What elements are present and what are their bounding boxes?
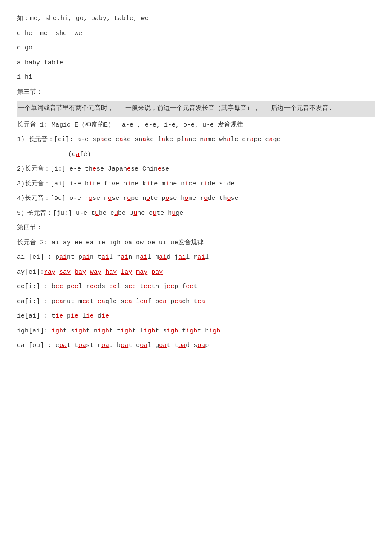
ai-rail: ai xyxy=(197,254,205,261)
oa-toast2: st r xyxy=(86,342,101,349)
rule1-plane-a: a xyxy=(184,136,188,143)
ea-eagle2: gle s xyxy=(105,298,124,305)
rule1-grape2: pe xyxy=(254,136,265,143)
igh-night: igh xyxy=(98,327,109,335)
igh-fight2: t h xyxy=(197,327,209,335)
rule3-side2: de xyxy=(227,180,234,188)
ee-eel: ee xyxy=(109,283,117,290)
oa-toad: oa xyxy=(178,342,186,349)
rule5-cube2: be xyxy=(118,210,130,217)
oa-coat: oa xyxy=(59,342,67,349)
ie-lie2: d xyxy=(94,312,101,320)
rule1-gr: gr xyxy=(242,136,250,143)
ai-jail2: l r xyxy=(186,254,197,261)
rule3-nine-i: i xyxy=(127,180,131,188)
ee-see: ee xyxy=(128,283,136,290)
rule5-june-u: u xyxy=(133,210,137,217)
rule5-huge-u: u xyxy=(172,210,176,217)
rule4-line: 4)长元音：[əu] o-e rose nose rope note pose … xyxy=(17,193,375,205)
intro-line: 如：me, she,hi, go, baby, table, we xyxy=(17,13,375,25)
ai-line: ai [ei] : paint pain tail rain nail maid… xyxy=(17,251,375,264)
ea-leaf: ea xyxy=(140,298,147,305)
section3-title: 第三节： xyxy=(17,87,375,99)
ea-leaf2: f p xyxy=(147,298,159,305)
rule1-sn: sn xyxy=(135,136,142,143)
ai-jail: ai xyxy=(178,254,186,261)
ay-hay: hay xyxy=(105,269,117,276)
ai-nail: ai xyxy=(140,254,147,261)
igh-label: igh[ai]: xyxy=(17,327,52,335)
rule4-r3: r xyxy=(200,195,204,202)
igh-night2: t t xyxy=(109,327,121,335)
rule1-cafe-indent: (café) xyxy=(68,149,91,161)
ay-way: way xyxy=(90,269,101,276)
ai-rain: ai xyxy=(121,254,128,261)
rule4-those2: se xyxy=(231,195,238,202)
oa-road2: d b xyxy=(109,342,121,349)
ay-ray: ray xyxy=(44,269,55,276)
rule1-space-ae: a xyxy=(100,136,104,143)
igh-fight: igh xyxy=(186,327,197,335)
rule4-nose-o: o xyxy=(108,195,112,202)
ie-tie2: p xyxy=(63,312,71,320)
rule4-n2: n xyxy=(142,195,146,202)
ea-line: ea[i:] : peanut meat eagle sea leaf pea … xyxy=(17,296,375,308)
ai-rail2: l xyxy=(205,254,209,261)
rule4-r: r xyxy=(85,195,89,202)
rule1-name2: me xyxy=(208,136,219,143)
rule5-c2: c xyxy=(149,210,153,217)
ai-maid: ai xyxy=(159,254,167,261)
ee-see2: t xyxy=(136,283,144,290)
rule3-nice2: ce xyxy=(188,180,200,188)
rule2-japanese-e: e xyxy=(127,165,131,173)
rule3-five-i: i xyxy=(108,180,112,188)
oa-boat: oa xyxy=(121,342,128,349)
igh-ight2: t s xyxy=(63,327,75,335)
ay-space6 xyxy=(132,269,136,276)
oa-goat: oa xyxy=(159,342,167,349)
oa-toast: oa xyxy=(78,342,86,349)
ee-reeds: ee xyxy=(90,283,98,290)
group-e-line: e he me she we xyxy=(17,28,375,40)
ie-die: ie xyxy=(101,312,109,320)
igh-high: igh xyxy=(209,327,220,335)
rule4-h: h xyxy=(181,195,184,202)
ea-sea2: l xyxy=(132,298,140,305)
section4-label: 第四节： xyxy=(17,224,43,231)
rule4-rose2: se xyxy=(92,195,104,202)
ai-paint: ai xyxy=(59,254,67,261)
rule3-b: b xyxy=(85,180,89,188)
rule4-pose2: se xyxy=(169,195,181,202)
ee-teeth2: th j xyxy=(151,283,167,290)
rule5-h: h xyxy=(168,210,172,217)
ay-may: may xyxy=(136,269,147,276)
ee-teeth: ee xyxy=(144,283,151,290)
rule1-cafe-line: (café) xyxy=(17,149,375,161)
rule1-wh: wh xyxy=(219,136,227,143)
igh-sigh: igh xyxy=(167,327,178,335)
rule1-cafe-a: a xyxy=(76,151,80,158)
rule5-cube-u: u xyxy=(114,210,118,217)
rule1-pl: pl xyxy=(177,136,184,143)
rule3-k: k xyxy=(142,180,146,188)
rule2-chinese2: se xyxy=(161,165,169,173)
rule3-bite-i: i xyxy=(89,180,92,188)
igh-sight: igh xyxy=(75,327,86,335)
rule5-cute-u: u xyxy=(153,210,156,217)
ea-label: ea[i:] : p xyxy=(17,298,55,305)
rule1-c3: c xyxy=(72,151,76,158)
rule5-line: 5）长元音：[ju:] u-e tube cube June cute huge xyxy=(17,208,375,220)
rule1-cake-a: a xyxy=(119,136,123,143)
rule1-space2: ce xyxy=(104,136,115,143)
ea-peach: ea xyxy=(174,298,182,305)
group-a-line: a baby table xyxy=(17,57,375,69)
igh-ight: igh xyxy=(52,327,63,335)
rule1-lake2: ke xyxy=(165,136,177,143)
rule1-whale2: le xyxy=(231,136,242,143)
rule3-bite2: te xyxy=(92,180,104,188)
ay-bay: bay xyxy=(75,269,86,276)
oa-coal: oa xyxy=(140,342,147,349)
ee-label: ee[i:] : b xyxy=(17,283,55,290)
ea-peanut2: nut m xyxy=(63,298,82,305)
rule1-name-a: a xyxy=(204,136,208,143)
